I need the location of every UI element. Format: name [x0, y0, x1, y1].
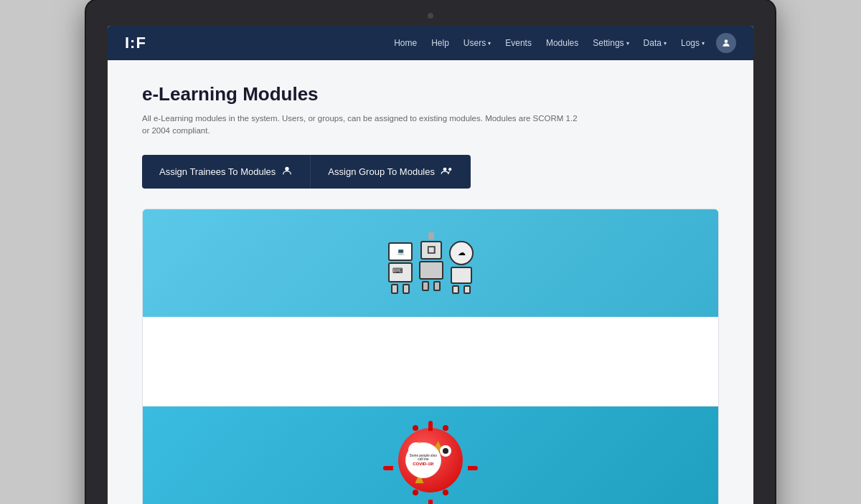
chevron-down-icon: ▾ [702, 40, 705, 47]
nav-links: Home Help Users ▾ Events Modules [388, 33, 736, 53]
virus-spike [428, 421, 433, 431]
module-info: COVID-19 Covid-19 course [718, 406, 719, 504]
user-avatar[interactable] [716, 33, 736, 53]
virus-blob [413, 425, 418, 431]
virus-blob [443, 425, 448, 431]
chevron-down-icon: ▾ [664, 40, 667, 47]
svg-point-0 [725, 39, 728, 43]
tall-robot-icon: 🔲 [419, 232, 443, 291]
assign-group-button[interactable]: Assign Group To Modules [311, 155, 471, 189]
main-content: e-Learning Modules All e-Learning module… [108, 60, 753, 504]
module-thumbnail-hf: 💻 🔲 [143, 209, 718, 317]
logo: I:F [125, 34, 146, 52]
nav-home[interactable]: Home [388, 34, 423, 52]
svg-point-3 [448, 168, 451, 171]
screen: I:F Home Help Users ▾ Events [108, 26, 753, 504]
hf-illustration: 💻 🔲 [376, 221, 485, 305]
screen-bezel: I:F Home Help Users ▾ Events [86, 0, 775, 504]
module-row: Some people also call me COVID-19! COVID… [143, 406, 718, 504]
page-title: e-Learning Modules [142, 83, 719, 105]
module-info: Human Factors Awareness The aim of this … [718, 209, 719, 406]
laptop-robot-icon: 💻 [387, 242, 413, 294]
module-row: 💻 🔲 [143, 209, 718, 407]
virus-spike [468, 466, 478, 470]
round-robot-icon: ☁ [449, 241, 474, 294]
virus-spike [428, 500, 433, 504]
modules-list: 💻 🔲 [142, 209, 719, 505]
laptop-frame: I:F Home Help Users ▾ Events [86, 0, 775, 504]
action-buttons: Assign Trainees To Modules Assign Group … [142, 155, 719, 189]
person-icon [281, 165, 293, 179]
nav-help[interactable]: Help [425, 34, 455, 52]
assign-trainees-button[interactable]: Assign Trainees To Modules [142, 155, 311, 189]
nav-logs[interactable]: Logs ▾ [675, 34, 710, 52]
covid-label: Some people also call me COVID-19! [405, 442, 441, 478]
chevron-down-icon: ▾ [488, 40, 491, 47]
camera [428, 13, 433, 19]
svg-point-1 [286, 166, 289, 170]
nav-users[interactable]: Users ▾ [458, 34, 497, 52]
nav-modules[interactable]: Modules [540, 34, 584, 52]
nav-data[interactable]: Data ▾ [638, 34, 672, 52]
nav-settings[interactable]: Settings ▾ [587, 34, 634, 52]
covid-illustration: Some people also call me COVID-19! [398, 428, 463, 493]
virus-blob [443, 490, 448, 495]
nav-events[interactable]: Events [499, 34, 537, 52]
chevron-down-icon: ▾ [626, 40, 629, 47]
svg-point-2 [443, 167, 447, 171]
page-description: All e-Learning modules in the system. Us… [142, 113, 587, 138]
virus-eye-right [440, 445, 451, 457]
module-thumbnail-covid: Some people also call me COVID-19! [143, 406, 718, 504]
virus-spike [383, 466, 393, 470]
navbar: I:F Home Help Users ▾ Events [108, 26, 753, 60]
virus-blob [413, 490, 418, 495]
group-icon [441, 165, 453, 179]
